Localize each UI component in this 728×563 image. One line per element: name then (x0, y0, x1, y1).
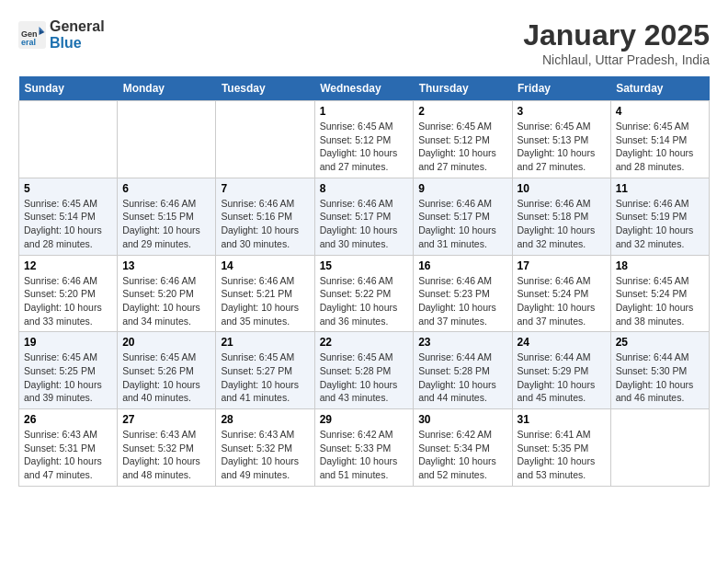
day-info: Sunrise: 6:46 AM Sunset: 5:18 PM Dayligh… (518, 197, 606, 251)
calendar-week-row: 1Sunrise: 6:45 AM Sunset: 5:12 PM Daylig… (19, 101, 710, 178)
day-number: 5 (24, 182, 112, 195)
day-number: 26 (24, 413, 112, 426)
day-of-week-header: Friday (512, 76, 610, 101)
day-info: Sunrise: 6:45 AM Sunset: 5:12 PM Dayligh… (418, 120, 506, 174)
calendar-header-row: SundayMondayTuesdayWednesdayThursdayFrid… (19, 76, 710, 101)
day-info: Sunrise: 6:46 AM Sunset: 5:20 PM Dayligh… (24, 274, 112, 328)
page-header: Gen eral General Blue January 2025 Nichl… (18, 18, 710, 67)
calendar-cell: 19Sunrise: 6:45 AM Sunset: 5:25 PM Dayli… (19, 332, 118, 409)
title-block: January 2025 Nichlaul, Uttar Pradesh, In… (523, 18, 710, 67)
day-info: Sunrise: 6:46 AM Sunset: 5:21 PM Dayligh… (221, 274, 309, 328)
calendar-cell (610, 409, 709, 487)
day-number: 21 (221, 336, 309, 349)
day-info: Sunrise: 6:45 AM Sunset: 5:14 PM Dayligh… (24, 197, 112, 251)
logo-line1: General (50, 18, 105, 35)
day-number: 9 (418, 182, 506, 195)
day-info: Sunrise: 6:45 AM Sunset: 5:26 PM Dayligh… (122, 350, 210, 405)
day-number: 28 (221, 413, 309, 426)
day-info: Sunrise: 6:46 AM Sunset: 5:23 PM Dayligh… (418, 274, 506, 328)
day-number: 23 (418, 336, 506, 349)
day-info: Sunrise: 6:45 AM Sunset: 5:25 PM Dayligh… (24, 350, 112, 405)
day-info: Sunrise: 6:45 AM Sunset: 5:13 PM Dayligh… (518, 120, 606, 174)
day-number: 4 (616, 105, 704, 118)
calendar-cell: 28Sunrise: 6:43 AM Sunset: 5:32 PM Dayli… (216, 409, 314, 487)
day-number: 20 (122, 336, 210, 349)
calendar-week-row: 19Sunrise: 6:45 AM Sunset: 5:25 PM Dayli… (19, 332, 710, 409)
day-number: 6 (122, 182, 210, 195)
calendar-cell: 8Sunrise: 6:46 AM Sunset: 5:17 PM Daylig… (314, 178, 414, 255)
day-number: 30 (418, 413, 506, 426)
calendar-cell: 24Sunrise: 6:44 AM Sunset: 5:29 PM Dayli… (512, 332, 610, 409)
day-number: 8 (320, 182, 409, 195)
day-number: 1 (320, 105, 409, 118)
calendar-cell: 20Sunrise: 6:45 AM Sunset: 5:26 PM Dayli… (118, 332, 216, 409)
calendar-cell (118, 101, 216, 178)
day-number: 27 (122, 413, 210, 426)
day-number: 7 (221, 182, 309, 195)
calendar-cell: 16Sunrise: 6:46 AM Sunset: 5:23 PM Dayli… (414, 255, 512, 332)
svg-text:eral: eral (21, 38, 36, 47)
day-info: Sunrise: 6:45 AM Sunset: 5:27 PM Dayligh… (221, 350, 309, 405)
day-info: Sunrise: 6:46 AM Sunset: 5:20 PM Dayligh… (122, 274, 210, 328)
calendar-cell: 6Sunrise: 6:46 AM Sunset: 5:15 PM Daylig… (118, 178, 216, 255)
logo-icon: Gen eral (18, 21, 46, 49)
calendar-cell: 23Sunrise: 6:44 AM Sunset: 5:28 PM Dayli… (414, 332, 512, 409)
calendar-cell: 17Sunrise: 6:46 AM Sunset: 5:24 PM Dayli… (512, 255, 610, 332)
day-number: 14 (221, 259, 309, 272)
day-info: Sunrise: 6:45 AM Sunset: 5:28 PM Dayligh… (320, 350, 409, 405)
day-info: Sunrise: 6:46 AM Sunset: 5:17 PM Dayligh… (320, 197, 409, 251)
calendar-cell: 31Sunrise: 6:41 AM Sunset: 5:35 PM Dayli… (512, 409, 610, 487)
day-number: 15 (320, 259, 409, 272)
calendar-cell: 26Sunrise: 6:43 AM Sunset: 5:31 PM Dayli… (19, 409, 118, 487)
day-info: Sunrise: 6:43 AM Sunset: 5:32 PM Dayligh… (122, 428, 210, 482)
day-info: Sunrise: 6:46 AM Sunset: 5:16 PM Dayligh… (221, 197, 309, 251)
day-number: 29 (320, 413, 409, 426)
calendar-cell: 22Sunrise: 6:45 AM Sunset: 5:28 PM Dayli… (314, 332, 414, 409)
day-of-week-header: Sunday (19, 76, 118, 101)
day-info: Sunrise: 6:45 AM Sunset: 5:14 PM Dayligh… (616, 120, 704, 174)
day-info: Sunrise: 6:45 AM Sunset: 5:12 PM Dayligh… (320, 120, 409, 174)
calendar-subtitle: Nichlaul, Uttar Pradesh, India (523, 52, 710, 67)
day-of-week-header: Tuesday (216, 76, 314, 101)
day-info: Sunrise: 6:46 AM Sunset: 5:24 PM Dayligh… (518, 274, 606, 328)
day-of-week-header: Saturday (610, 76, 709, 101)
day-info: Sunrise: 6:46 AM Sunset: 5:19 PM Dayligh… (616, 197, 704, 251)
day-number: 17 (518, 259, 606, 272)
day-number: 25 (616, 336, 704, 349)
day-number: 16 (418, 259, 506, 272)
calendar-cell: 2Sunrise: 6:45 AM Sunset: 5:12 PM Daylig… (414, 101, 512, 178)
calendar-cell: 15Sunrise: 6:46 AM Sunset: 5:22 PM Dayli… (314, 255, 414, 332)
day-info: Sunrise: 6:42 AM Sunset: 5:34 PM Dayligh… (418, 428, 506, 482)
calendar-table: SundayMondayTuesdayWednesdayThursdayFrid… (18, 76, 710, 487)
calendar-cell: 10Sunrise: 6:46 AM Sunset: 5:18 PM Dayli… (512, 178, 610, 255)
calendar-cell (19, 101, 118, 178)
logo: Gen eral General Blue (18, 18, 105, 52)
day-number: 24 (518, 336, 606, 349)
calendar-cell: 5Sunrise: 6:45 AM Sunset: 5:14 PM Daylig… (19, 178, 118, 255)
calendar-cell: 14Sunrise: 6:46 AM Sunset: 5:21 PM Dayli… (216, 255, 314, 332)
calendar-cell: 11Sunrise: 6:46 AM Sunset: 5:19 PM Dayli… (610, 178, 709, 255)
day-number: 3 (518, 105, 606, 118)
day-of-week-header: Monday (118, 76, 216, 101)
day-number: 31 (518, 413, 606, 426)
day-number: 12 (24, 259, 112, 272)
day-info: Sunrise: 6:42 AM Sunset: 5:33 PM Dayligh… (320, 428, 409, 482)
day-of-week-header: Thursday (414, 76, 512, 101)
day-info: Sunrise: 6:45 AM Sunset: 5:24 PM Dayligh… (616, 274, 704, 328)
day-info: Sunrise: 6:46 AM Sunset: 5:22 PM Dayligh… (320, 274, 409, 328)
calendar-week-row: 26Sunrise: 6:43 AM Sunset: 5:31 PM Dayli… (19, 409, 710, 487)
calendar-cell: 27Sunrise: 6:43 AM Sunset: 5:32 PM Dayli… (118, 409, 216, 487)
calendar-cell: 21Sunrise: 6:45 AM Sunset: 5:27 PM Dayli… (216, 332, 314, 409)
day-info: Sunrise: 6:44 AM Sunset: 5:30 PM Dayligh… (616, 350, 704, 405)
calendar-cell: 3Sunrise: 6:45 AM Sunset: 5:13 PM Daylig… (512, 101, 610, 178)
day-number: 22 (320, 336, 409, 349)
calendar-cell: 25Sunrise: 6:44 AM Sunset: 5:30 PM Dayli… (610, 332, 709, 409)
calendar-cell: 29Sunrise: 6:42 AM Sunset: 5:33 PM Dayli… (314, 409, 414, 487)
day-info: Sunrise: 6:41 AM Sunset: 5:35 PM Dayligh… (518, 428, 606, 482)
day-number: 11 (616, 182, 704, 195)
calendar-cell: 12Sunrise: 6:46 AM Sunset: 5:20 PM Dayli… (19, 255, 118, 332)
calendar-week-row: 5Sunrise: 6:45 AM Sunset: 5:14 PM Daylig… (19, 178, 710, 255)
calendar-cell: 7Sunrise: 6:46 AM Sunset: 5:16 PM Daylig… (216, 178, 314, 255)
day-info: Sunrise: 6:44 AM Sunset: 5:29 PM Dayligh… (518, 350, 606, 405)
calendar-cell: 30Sunrise: 6:42 AM Sunset: 5:34 PM Dayli… (414, 409, 512, 487)
